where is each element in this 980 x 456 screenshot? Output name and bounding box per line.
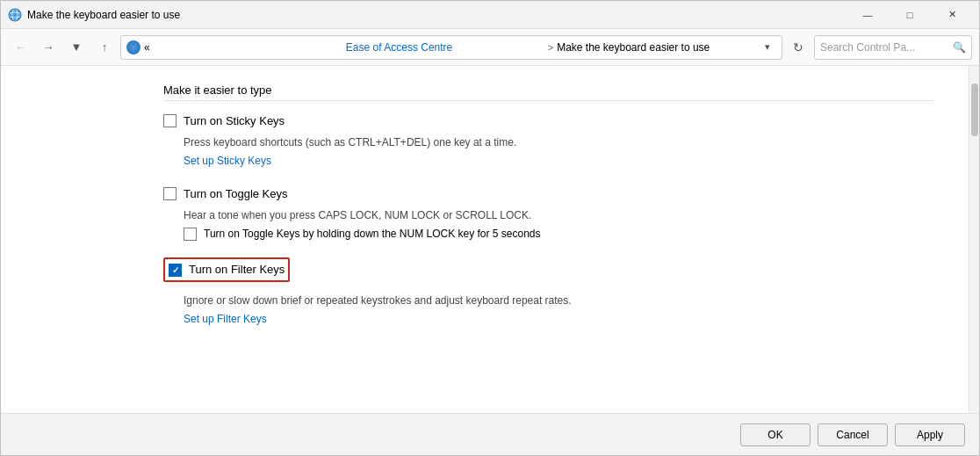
toggle-keys-sub-checkbox[interactable] xyxy=(184,228,197,241)
search-icon: 🔍 xyxy=(953,41,966,54)
apply-button[interactable]: Apply xyxy=(895,423,965,446)
filter-keys-checkbox[interactable] xyxy=(169,264,182,277)
sticky-keys-checkbox[interactable] xyxy=(163,114,177,127)
sticky-keys-label[interactable]: Turn on Sticky Keys xyxy=(184,113,285,129)
toggle-keys-row: Turn on Toggle Keys xyxy=(163,186,933,202)
toggle-keys-description: Hear a tone when you press CAPS LOCK, NU… xyxy=(184,207,933,223)
cancel-button[interactable]: Cancel xyxy=(818,423,888,446)
breadcrumb-current: Make the keyboard easier to use xyxy=(557,41,755,54)
back-button[interactable]: ← xyxy=(8,35,32,60)
scrollbar-thumb[interactable] xyxy=(971,83,978,136)
restore-button[interactable]: □ xyxy=(890,2,930,28)
main-window: Make the keyboard easier to use — □ ✕ ← … xyxy=(0,0,980,456)
window-title: Make the keyboard easier to use xyxy=(27,9,847,21)
up-button[interactable]: ↑ xyxy=(92,35,117,60)
breadcrumb-home-link[interactable]: Ease of Access Centre xyxy=(346,41,544,54)
title-bar: Make the keyboard easier to use — □ ✕ xyxy=(1,1,979,29)
breadcrumb-bar: « Ease of Access Centre > Make the keybo… xyxy=(120,35,782,60)
window-controls: — □ ✕ xyxy=(847,2,972,28)
content-area: Make it easier to type Turn on Sticky Ke… xyxy=(1,66,979,413)
close-button[interactable]: ✕ xyxy=(932,2,972,28)
sticky-keys-row: Turn on Sticky Keys xyxy=(163,113,933,129)
toggle-keys-checkbox[interactable] xyxy=(163,187,177,200)
filter-keys-highlight-wrapper: Turn on Filter Keys xyxy=(163,257,933,287)
filter-keys-row: Turn on Filter Keys xyxy=(163,257,290,282)
breadcrumb-separator: > xyxy=(548,42,553,53)
filter-keys-description: Ignore or slow down brief or repeated ke… xyxy=(184,293,933,308)
toggle-keys-sub-row: Turn on Toggle Keys by holding down the … xyxy=(184,227,933,242)
toggle-keys-label[interactable]: Turn on Toggle Keys xyxy=(184,186,288,202)
sticky-keys-setup-link[interactable]: Set up Sticky Keys xyxy=(184,155,271,167)
address-bar: ← → ▼ ↑ « Ease of Access Centre > Make t… xyxy=(1,29,979,66)
recent-locations-button[interactable]: ▼ xyxy=(64,35,89,60)
filter-keys-group: Turn on Filter Keys Ignore or slow down … xyxy=(163,257,933,329)
toggle-keys-sub-label[interactable]: Turn on Toggle Keys by holding down the … xyxy=(204,227,541,242)
sticky-keys-description: Press keyboard shortcuts (such as CTRL+A… xyxy=(184,134,933,150)
bottom-bar: OK Cancel Apply xyxy=(1,413,979,455)
breadcrumb-dropdown-button[interactable]: ▾ xyxy=(759,36,776,59)
section-heading: Make it easier to type xyxy=(163,83,933,101)
scrollbar[interactable] xyxy=(969,66,979,413)
sticky-keys-group: Turn on Sticky Keys Press keyboard short… xyxy=(163,113,933,170)
refresh-button[interactable]: ↻ xyxy=(786,35,811,60)
breadcrumb-prefix: « xyxy=(144,41,342,54)
main-content: Make it easier to type Turn on Sticky Ke… xyxy=(1,66,969,413)
filter-keys-label[interactable]: Turn on Filter Keys xyxy=(189,262,285,278)
filter-keys-setup-link[interactable]: Set up Filter Keys xyxy=(184,313,267,325)
search-box[interactable]: Search Control Pa... 🔍 xyxy=(814,35,972,60)
window-icon xyxy=(8,8,22,22)
minimize-button[interactable]: — xyxy=(847,2,888,28)
forward-button[interactable]: → xyxy=(36,35,61,60)
breadcrumb-globe-icon xyxy=(126,40,141,54)
search-placeholder-text: Search Control Pa... xyxy=(820,41,915,54)
toggle-keys-group: Turn on Toggle Keys Hear a tone when you… xyxy=(163,186,933,242)
ok-button[interactable]: OK xyxy=(740,423,811,446)
